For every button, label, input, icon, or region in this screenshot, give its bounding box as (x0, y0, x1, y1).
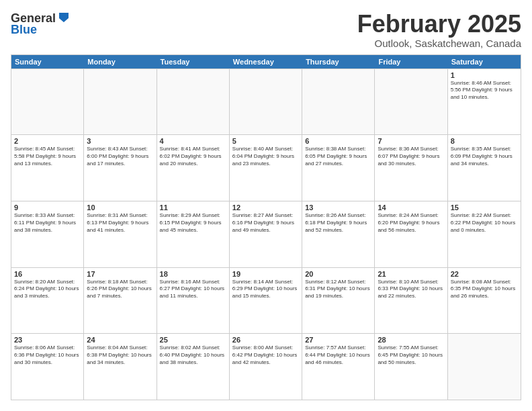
header-wednesday: Wednesday (230, 55, 302, 68)
cell-info-4-2: Sunrise: 8:02 AM Sunset: 6:40 PM Dayligh… (160, 345, 226, 366)
cell-date-3-1: 17 (87, 270, 153, 278)
title-block: February 2025 Outlook, Saskatchewan, Can… (357, 11, 521, 49)
cell-date-2-2: 11 (160, 203, 226, 212)
cell-2-0: 9Sunrise: 8:33 AM Sunset: 6:11 PM Daylig… (11, 201, 84, 267)
cell-info-3-6: Sunrise: 8:08 AM Sunset: 6:35 PM Dayligh… (451, 279, 518, 300)
header-thursday: Thursday (302, 55, 375, 68)
header-saturday: Saturday (448, 55, 521, 68)
cell-date-3-4: 20 (305, 270, 371, 278)
logo: General Blue (11, 11, 72, 37)
cell-0-2 (157, 69, 230, 135)
cell-3-0: 16Sunrise: 8:20 AM Sunset: 6:24 PM Dayli… (11, 268, 84, 334)
cell-date-3-6: 22 (451, 270, 518, 278)
cell-4-5: 28Sunrise: 7:55 AM Sunset: 6:45 PM Dayli… (375, 334, 447, 400)
header-monday: Monday (84, 55, 157, 68)
cell-1-2: 4Sunrise: 8:41 AM Sunset: 6:02 PM Daylig… (157, 135, 230, 201)
cell-date-3-2: 18 (160, 270, 226, 278)
logo-flag-icon (56, 11, 71, 26)
cell-0-0 (11, 69, 84, 135)
header-tuesday: Tuesday (157, 55, 230, 68)
cell-2-4: 13Sunrise: 8:26 AM Sunset: 6:18 PM Dayli… (302, 201, 375, 267)
cell-date-1-6: 8 (451, 137, 518, 145)
calendar: Sunday Monday Tuesday Wednesday Thursday… (11, 54, 521, 400)
cell-0-5 (375, 69, 447, 135)
week-row-1: 2Sunrise: 8:45 AM Sunset: 5:58 PM Daylig… (11, 134, 521, 201)
cell-0-1 (84, 69, 157, 135)
cell-0-3 (230, 69, 302, 135)
cell-1-3: 5Sunrise: 8:40 AM Sunset: 6:04 PM Daylig… (230, 135, 302, 201)
calendar-header: Sunday Monday Tuesday Wednesday Thursday… (11, 55, 521, 68)
cell-date-4-5: 28 (378, 336, 444, 344)
svg-marker-1 (59, 13, 64, 22)
cell-date-4-3: 26 (232, 336, 299, 344)
cell-date-2-6: 15 (451, 203, 518, 212)
cell-info-2-1: Sunrise: 8:31 AM Sunset: 6:13 PM Dayligh… (87, 212, 153, 234)
cell-date-2-3: 12 (232, 203, 299, 212)
cell-info-1-1: Sunrise: 8:43 AM Sunset: 6:00 PM Dayligh… (87, 146, 153, 167)
cell-1-4: 6Sunrise: 8:38 AM Sunset: 6:05 PM Daylig… (302, 135, 375, 201)
cell-date-1-0: 2 (14, 137, 81, 145)
cell-0-6: 1Sunrise: 8:46 AM Sunset: 5:56 PM Daylig… (448, 69, 521, 135)
cell-date-3-0: 16 (14, 270, 81, 278)
cell-3-1: 17Sunrise: 8:18 AM Sunset: 6:26 PM Dayli… (84, 268, 157, 334)
cell-2-2: 11Sunrise: 8:29 AM Sunset: 6:15 PM Dayli… (157, 201, 230, 267)
cell-date-4-4: 27 (305, 336, 371, 344)
cell-date-3-5: 21 (378, 270, 444, 278)
cell-info-2-2: Sunrise: 8:29 AM Sunset: 6:15 PM Dayligh… (160, 212, 226, 234)
cell-info-3-1: Sunrise: 8:18 AM Sunset: 6:26 PM Dayligh… (87, 279, 153, 300)
cell-date-1-3: 5 (232, 137, 299, 145)
cell-4-4: 27Sunrise: 7:57 AM Sunset: 6:44 PM Dayli… (302, 334, 375, 400)
cell-4-3: 26Sunrise: 8:00 AM Sunset: 6:42 PM Dayli… (230, 334, 302, 400)
cell-info-2-3: Sunrise: 8:27 AM Sunset: 6:16 PM Dayligh… (232, 212, 299, 234)
week-row-3: 16Sunrise: 8:20 AM Sunset: 6:24 PM Dayli… (11, 267, 521, 334)
cell-date-2-4: 13 (305, 203, 371, 212)
cell-2-3: 12Sunrise: 8:27 AM Sunset: 6:16 PM Dayli… (230, 201, 302, 267)
cell-info-2-6: Sunrise: 8:22 AM Sunset: 6:22 PM Dayligh… (451, 212, 518, 234)
cell-info-1-2: Sunrise: 8:41 AM Sunset: 6:02 PM Dayligh… (160, 146, 226, 167)
cell-date-4-2: 25 (160, 336, 226, 344)
cell-info-2-5: Sunrise: 8:24 AM Sunset: 6:20 PM Dayligh… (378, 212, 444, 234)
cell-info-1-3: Sunrise: 8:40 AM Sunset: 6:04 PM Dayligh… (232, 146, 299, 167)
cell-info-3-4: Sunrise: 8:12 AM Sunset: 6:31 PM Dayligh… (305, 279, 371, 300)
cell-date-2-1: 10 (87, 203, 153, 212)
cell-4-2: 25Sunrise: 8:02 AM Sunset: 6:40 PM Dayli… (157, 334, 230, 400)
week-row-0: 1Sunrise: 8:46 AM Sunset: 5:56 PM Daylig… (11, 68, 521, 135)
cell-date-2-0: 9 (14, 203, 81, 212)
cell-date-3-3: 19 (232, 270, 299, 278)
cell-info-1-6: Sunrise: 8:35 AM Sunset: 6:09 PM Dayligh… (451, 146, 518, 167)
cell-date-4-1: 24 (87, 336, 153, 344)
cell-4-6 (448, 334, 521, 400)
cell-date-1-2: 4 (160, 137, 226, 145)
page: General Blue February 2025 Outlook, Sask… (0, 0, 532, 411)
cell-1-0: 2Sunrise: 8:45 AM Sunset: 5:58 PM Daylig… (11, 135, 84, 201)
cell-3-3: 19Sunrise: 8:14 AM Sunset: 6:29 PM Dayli… (230, 268, 302, 334)
location: Outlook, Saskatchewan, Canada (357, 38, 521, 49)
cell-info-0-6: Sunrise: 8:46 AM Sunset: 5:56 PM Dayligh… (451, 80, 518, 101)
cell-info-1-5: Sunrise: 8:36 AM Sunset: 6:07 PM Dayligh… (378, 146, 444, 167)
cell-0-4 (302, 69, 375, 135)
header-sunday: Sunday (11, 55, 84, 68)
cell-2-1: 10Sunrise: 8:31 AM Sunset: 6:13 PM Dayli… (84, 201, 157, 267)
cell-1-6: 8Sunrise: 8:35 AM Sunset: 6:09 PM Daylig… (448, 135, 521, 201)
cell-4-0: 23Sunrise: 8:06 AM Sunset: 6:36 PM Dayli… (11, 334, 84, 400)
cell-info-4-4: Sunrise: 7:57 AM Sunset: 6:44 PM Dayligh… (305, 345, 371, 366)
cell-2-5: 14Sunrise: 8:24 AM Sunset: 6:20 PM Dayli… (375, 201, 447, 267)
week-row-4: 23Sunrise: 8:06 AM Sunset: 6:36 PM Dayli… (11, 333, 521, 400)
week-row-2: 9Sunrise: 8:33 AM Sunset: 6:11 PM Daylig… (11, 201, 521, 267)
cell-3-4: 20Sunrise: 8:12 AM Sunset: 6:31 PM Dayli… (302, 268, 375, 334)
cell-date-1-4: 6 (305, 137, 371, 145)
cell-info-3-0: Sunrise: 8:20 AM Sunset: 6:24 PM Dayligh… (14, 279, 81, 300)
cell-info-3-5: Sunrise: 8:10 AM Sunset: 6:33 PM Dayligh… (378, 279, 444, 300)
cell-4-1: 24Sunrise: 8:04 AM Sunset: 6:38 PM Dayli… (84, 334, 157, 400)
calendar-body: 1Sunrise: 8:46 AM Sunset: 5:56 PM Daylig… (11, 68, 521, 400)
cell-info-4-5: Sunrise: 7:55 AM Sunset: 6:45 PM Dayligh… (378, 345, 444, 366)
cell-date-1-1: 3 (87, 137, 153, 145)
cell-info-2-4: Sunrise: 8:26 AM Sunset: 6:18 PM Dayligh… (305, 212, 371, 234)
cell-info-2-0: Sunrise: 8:33 AM Sunset: 6:11 PM Dayligh… (14, 212, 81, 234)
cell-info-4-3: Sunrise: 8:00 AM Sunset: 6:42 PM Dayligh… (232, 345, 299, 366)
cell-3-2: 18Sunrise: 8:16 AM Sunset: 6:27 PM Dayli… (157, 268, 230, 334)
cell-info-1-4: Sunrise: 8:38 AM Sunset: 6:05 PM Dayligh… (305, 146, 371, 167)
cell-2-6: 15Sunrise: 8:22 AM Sunset: 6:22 PM Dayli… (448, 201, 521, 267)
cell-info-4-0: Sunrise: 8:06 AM Sunset: 6:36 PM Dayligh… (14, 345, 81, 366)
cell-date-0-6: 1 (451, 71, 518, 79)
